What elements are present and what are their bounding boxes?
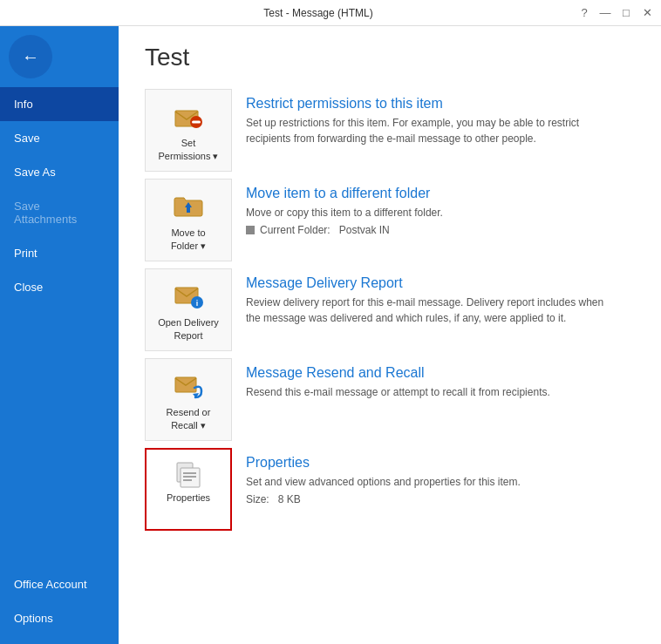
properties-detail: Size: 8 KB: [246, 493, 621, 505]
current-folder-text: Current Folder: Postvak IN: [260, 224, 390, 236]
sidebar-item-info[interactable]: Info: [0, 87, 119, 121]
folder-move-icon: [171, 188, 206, 223]
properties-size-text: Size: 8 KB: [246, 493, 301, 505]
action-properties: Properties Properties Set and view advan…: [145, 448, 635, 531]
resend-recall-desc: Resend this e-mail message or attempt to…: [246, 384, 621, 400]
open-delivery-report-button[interactable]: i Open DeliveryReport: [145, 268, 232, 351]
move-to-folder-text: Move item to a different folder Move or …: [232, 179, 635, 243]
main-content: Test SetPermissions ▾ Restrict per: [119, 26, 661, 644]
properties-icon: [171, 457, 206, 491]
resend-icon: [171, 368, 206, 403]
sidebar-item-print[interactable]: Print: [0, 236, 119, 270]
minimize-button[interactable]: —: [598, 6, 612, 19]
close-button[interactable]: ✕: [640, 6, 654, 19]
svg-rect-2: [192, 121, 201, 124]
properties-text: Properties Set and view advanced options…: [232, 448, 635, 512]
action-delivery-report: i Open DeliveryReport Message Delivery R…: [145, 268, 635, 351]
properties-button[interactable]: Properties: [145, 448, 232, 531]
sidebar-item-options[interactable]: Options: [0, 601, 119, 635]
move-to-folder-label: Move toFolder ▾: [171, 227, 206, 252]
lock-icon: [171, 98, 206, 133]
page-title: Test: [145, 44, 635, 71]
titlebar: Test - Message (HTML) ? — □ ✕: [0, 0, 661, 26]
resend-recall-text: Message Resend and Recall Resend this e-…: [232, 358, 635, 407]
help-button[interactable]: ?: [577, 6, 591, 19]
sidebar-item-office-account[interactable]: Office Account: [0, 567, 119, 601]
action-set-permissions: SetPermissions ▾ Restrict permissions to…: [145, 89, 635, 172]
resend-recall-title: Message Resend and Recall: [246, 365, 621, 381]
open-delivery-report-label: Open DeliveryReport: [158, 316, 219, 342]
svg-rect-10: [181, 468, 200, 487]
move-to-folder-title: Move item to a different folder: [246, 186, 621, 201]
delivery-report-desc: Review delivery report for this e-mail m…: [246, 295, 621, 326]
action-resend-recall: Resend orRecall ▾ Message Resend and Rec…: [145, 358, 635, 441]
detail-icon: [246, 226, 255, 234]
set-permissions-desc: Set up restrictions for this item. For e…: [246, 115, 621, 146]
back-arrow-icon: ←: [22, 47, 39, 67]
sidebar-item-close[interactable]: Close: [0, 270, 119, 304]
move-to-folder-detail: Current Folder: Postvak IN: [246, 224, 621, 236]
move-to-folder-button[interactable]: Move toFolder ▾: [145, 179, 232, 261]
properties-label: Properties: [167, 491, 210, 504]
properties-desc: Set and view advanced options and proper…: [246, 474, 621, 490]
action-move-to-folder: Move toFolder ▾ Move item to a different…: [145, 179, 635, 261]
move-to-folder-desc: Move or copy this item to a different fo…: [246, 205, 621, 220]
resend-recall-label: Resend orRecall ▾: [167, 406, 211, 431]
set-permissions-button[interactable]: SetPermissions ▾: [145, 89, 232, 172]
maximize-button[interactable]: □: [619, 6, 633, 19]
sidebar-item-save[interactable]: Save: [0, 121, 119, 155]
delivery-report-title: Message Delivery Report: [246, 275, 621, 291]
app-body: ← Info Save Save As Save Attachments Pri…: [0, 26, 661, 644]
titlebar-controls: ? — □ ✕: [577, 6, 654, 19]
properties-title: Properties: [246, 455, 621, 471]
titlebar-title: Test - Message (HTML): [59, 7, 577, 19]
sidebar: ← Info Save Save As Save Attachments Pri…: [0, 26, 119, 644]
sidebar-item-save-as[interactable]: Save As: [0, 155, 119, 189]
delivery-report-icon: i: [171, 278, 206, 313]
svg-text:i: i: [196, 299, 199, 308]
set-permissions-title: Restrict permissions to this item: [246, 96, 621, 112]
sidebar-bottom: Office Account Options: [0, 567, 119, 644]
sidebar-item-save-attachments: Save Attachments: [0, 189, 119, 236]
delivery-report-text: Message Delivery Report Review delivery …: [232, 268, 635, 333]
set-permissions-label: SetPermissions ▾: [159, 137, 219, 162]
set-permissions-text: Restrict permissions to this item Set up…: [232, 89, 635, 153]
resend-recall-button[interactable]: Resend orRecall ▾: [145, 358, 232, 441]
back-button[interactable]: ←: [9, 35, 52, 78]
